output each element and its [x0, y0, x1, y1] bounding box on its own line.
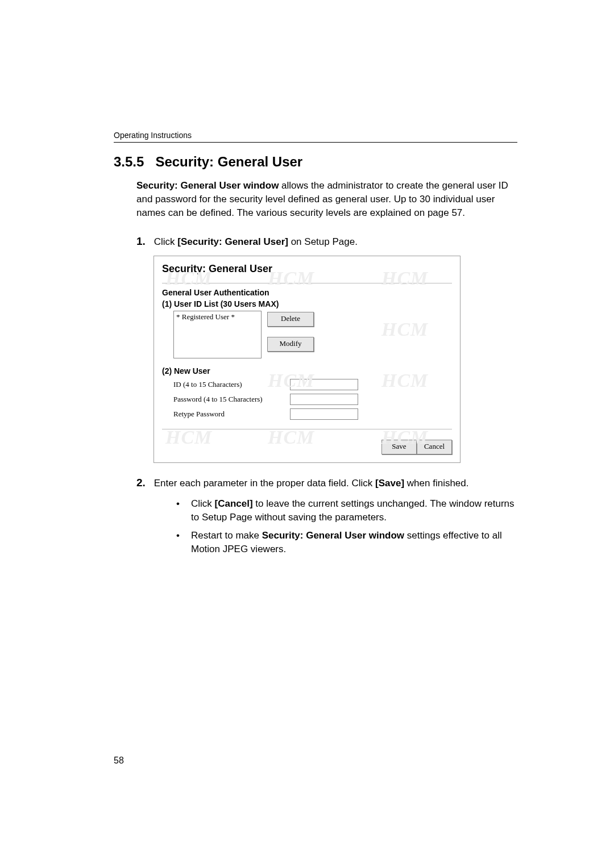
window-title: Security: General User [162, 263, 452, 275]
new-user-label: (2) New User [162, 366, 452, 375]
bullet-1: • Click [Cancel] to leave the current se… [176, 497, 517, 524]
retype-password-label: Retype Password [173, 410, 290, 419]
bullet-1-bold: [Cancel] [215, 498, 253, 509]
user-id-listbox[interactable]: * Registered User * [173, 311, 262, 358]
save-button[interactable]: Save [381, 440, 417, 454]
section-title-text: Security: General User [155, 154, 302, 169]
delete-button[interactable]: Delete [267, 312, 314, 327]
bullet-2-bold: Security: General User window [262, 530, 404, 541]
section-number: 3.5.5 [114, 154, 144, 169]
bullet-2: • Restart to make Security: General User… [176, 529, 517, 556]
cancel-button[interactable]: Cancel [417, 440, 452, 454]
bullet-1-a: Click [191, 498, 215, 509]
intro-bold: Security: General User window [136, 180, 279, 191]
user-id-list-row: * Registered User * Delete Modify [173, 311, 452, 358]
retype-password-input[interactable] [290, 408, 358, 420]
step-2-bold: [Save] [375, 478, 404, 489]
running-header: Operating Instructions [114, 131, 517, 143]
security-general-user-window: HCM HCM HCM HCM HCM HCM HCM HCM HCM Secu… [154, 256, 460, 463]
dialog-buttons: Save Cancel [162, 440, 452, 454]
retype-password-row: Retype Password [173, 408, 452, 420]
section-heading: 3.5.5 Security: General User [114, 154, 517, 170]
step-2-number: 2. [136, 477, 151, 489]
divider [162, 283, 452, 283]
page-number: 58 [114, 756, 124, 766]
intro-paragraph: Security: General User window allows the… [136, 179, 517, 219]
password-input[interactable] [290, 394, 358, 405]
divider [162, 429, 452, 429]
bullet-2-a: Restart to make [191, 530, 262, 541]
modify-button[interactable]: Modify [267, 337, 314, 352]
figure-container: HCM HCM HCM HCM HCM HCM HCM HCM HCM Secu… [154, 256, 517, 463]
list-item[interactable]: * Registered User * [176, 312, 259, 322]
bullet-dot-icon: • [176, 529, 191, 556]
password-label: Password (4 to 15 Characters) [173, 395, 290, 404]
id-label: ID (4 to 15 Characters) [173, 380, 290, 389]
auth-heading: General User Authentication [162, 288, 452, 297]
document-page: Operating Instructions 3.5.5 Security: G… [0, 0, 614, 868]
password-row: Password (4 to 15 Characters) [173, 394, 452, 405]
bullet-list: • Click [Cancel] to leave the current se… [176, 497, 517, 556]
step-2: 2. Enter each parameter in the proper da… [136, 477, 517, 489]
step-1-text-b: on Setup Page. [288, 236, 358, 247]
bullet-dot-icon: • [176, 497, 191, 524]
step-1-bold: [Security: General User] [177, 236, 288, 247]
step-1-text-a: Click [154, 236, 178, 247]
step-1-number: 1. [136, 235, 151, 248]
id-input[interactable] [290, 379, 358, 390]
user-id-list-label: (1) User ID List (30 Users MAX) [162, 299, 452, 308]
list-buttons: Delete Modify [267, 311, 314, 352]
step-2-text-b: when finished. [404, 478, 468, 489]
step-2-text-a: Enter each parameter in the proper data … [154, 478, 375, 489]
id-row: ID (4 to 15 Characters) [173, 379, 452, 390]
step-1: 1. Click [Security: General User] on Set… [136, 235, 517, 248]
